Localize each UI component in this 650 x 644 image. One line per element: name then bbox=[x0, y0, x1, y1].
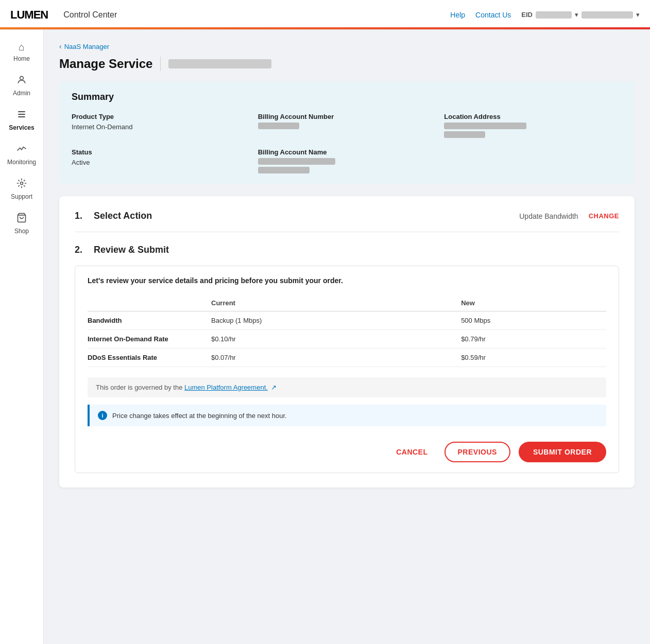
billing-account-name-label: Billing Account Name bbox=[258, 148, 436, 156]
agreement-text: This order is governed by the bbox=[96, 384, 182, 391]
sidebar: ⌂ Home Admin Services bbox=[0, 30, 44, 644]
nav-accent-bar bbox=[0, 27, 650, 29]
col-empty bbox=[88, 295, 211, 311]
row-current: Backup (1 Mbps) bbox=[211, 311, 461, 330]
row-new: $0.79/hr bbox=[461, 330, 606, 349]
breadcrumb-arrow-icon: ‹ bbox=[59, 42, 62, 50]
location-address-label: Location Address bbox=[444, 113, 622, 120]
main-content: ‹ NaaS Manager Manage Service Summary Pr… bbox=[44, 30, 650, 644]
product-type-field: Product Type Internet On-Demand bbox=[72, 113, 250, 138]
billing-account-name-value-2 bbox=[258, 167, 310, 173]
sidebar-item-monitoring[interactable]: Monitoring bbox=[0, 137, 43, 172]
help-link[interactable]: Help bbox=[450, 11, 465, 19]
support-icon bbox=[16, 178, 27, 191]
step2-header: 2. Review & Submit bbox=[75, 245, 619, 255]
sidebar-label-admin: Admin bbox=[13, 90, 30, 97]
step2-number: 2. bbox=[75, 245, 88, 255]
breadcrumb: ‹ NaaS Manager bbox=[59, 42, 635, 50]
billing-account-name-field: Billing Account Name bbox=[258, 148, 436, 173]
shop-icon bbox=[16, 213, 27, 225]
location-address-field: Location Address bbox=[444, 113, 622, 138]
location-address-value bbox=[444, 123, 526, 129]
product-type-label: Product Type bbox=[72, 113, 250, 120]
account-chevron-icon: ▾ bbox=[636, 11, 640, 19]
status-field: Status Active bbox=[72, 148, 250, 173]
info-box: i Price change takes effect at the begin… bbox=[88, 405, 606, 426]
review-box: Let's review your service details and pr… bbox=[75, 266, 619, 473]
account-name bbox=[581, 11, 633, 19]
page-subtitle bbox=[168, 59, 271, 68]
table-row: DDoS Essentials Rate $0.07/hr $0.59/hr bbox=[88, 349, 606, 367]
info-message: Price change takes effect at the beginni… bbox=[112, 412, 287, 420]
sidebar-item-home[interactable]: ⌂ Home bbox=[0, 35, 43, 68]
nav-right: Help Contact Us EID ▾ ▾ bbox=[450, 11, 640, 19]
previous-button[interactable]: PREVIOUS bbox=[444, 442, 510, 462]
review-intro: Let's review your service details and pr… bbox=[88, 276, 606, 285]
table-row: Internet On-Demand Rate $0.10/hr $0.79/h… bbox=[88, 330, 606, 349]
cancel-button[interactable]: CANCEL bbox=[388, 443, 436, 461]
row-current: $0.07/hr bbox=[211, 349, 461, 367]
logo: LUMEN bbox=[10, 8, 48, 22]
contact-us-link[interactable]: Contact Us bbox=[475, 11, 511, 19]
agreement-link[interactable]: Lumen Platform Agreement. bbox=[184, 384, 268, 391]
col-new: New bbox=[461, 295, 606, 311]
product-type-value: Internet On-Demand bbox=[72, 123, 133, 131]
summary-title: Summary bbox=[72, 92, 622, 102]
status-value: Active bbox=[72, 159, 90, 166]
table-row: Bandwidth Backup (1 Mbps) 500 Mbps bbox=[88, 311, 606, 330]
svg-point-4 bbox=[21, 182, 23, 185]
info-icon: i bbox=[98, 411, 107, 420]
billing-account-name-value bbox=[258, 158, 335, 165]
location-address-value-2 bbox=[444, 131, 485, 138]
row-label: Internet On-Demand Rate bbox=[88, 330, 211, 349]
summary-section: Summary Product Type Internet On-Demand … bbox=[59, 81, 635, 184]
row-label: DDoS Essentials Rate bbox=[88, 349, 211, 367]
status-label: Status bbox=[72, 148, 250, 156]
sidebar-label-support: Support bbox=[11, 193, 32, 200]
change-button[interactable]: CHANGE bbox=[589, 212, 619, 220]
billing-account-number-label: Billing Account Number bbox=[258, 113, 436, 120]
row-new: 500 Mbps bbox=[461, 311, 606, 330]
home-icon: ⌂ bbox=[19, 41, 25, 53]
monitoring-icon bbox=[16, 144, 27, 156]
sidebar-item-shop[interactable]: Shop bbox=[0, 206, 43, 241]
col-current: Current bbox=[211, 295, 461, 311]
eid-chevron-icon: ▾ bbox=[575, 11, 578, 19]
page-header: Manage Service bbox=[59, 57, 635, 71]
admin-icon bbox=[16, 75, 27, 88]
submit-order-button[interactable]: SUBMIT ORDER bbox=[519, 442, 606, 462]
summary-grid: Product Type Internet On-Demand Billing … bbox=[72, 113, 622, 173]
row-current: $0.10/hr bbox=[211, 330, 461, 349]
step1-title: Select Action bbox=[94, 211, 152, 221]
header-divider bbox=[160, 57, 161, 71]
sidebar-item-support[interactable]: Support bbox=[0, 172, 43, 206]
svg-point-0 bbox=[20, 76, 24, 80]
billing-account-number-field: Billing Account Number bbox=[258, 113, 436, 138]
app-title: Control Center bbox=[63, 10, 117, 20]
sidebar-label-monitoring: Monitoring bbox=[7, 159, 36, 166]
eid-label: EID bbox=[521, 11, 533, 19]
steps-container: 1. Select Action Update Bandwidth CHANGE… bbox=[59, 196, 635, 488]
action-row: CANCEL PREVIOUS SUBMIT ORDER bbox=[88, 442, 606, 462]
app-body: ⌂ Home Admin Services bbox=[0, 30, 650, 644]
billing-account-number-value bbox=[258, 123, 299, 129]
page-title: Manage Service bbox=[59, 57, 152, 71]
row-label: Bandwidth bbox=[88, 311, 211, 330]
sidebar-label-services: Services bbox=[9, 124, 34, 131]
sidebar-label-shop: Shop bbox=[14, 228, 29, 235]
step2-title: Review & Submit bbox=[94, 245, 169, 255]
sidebar-item-admin[interactable]: Admin bbox=[0, 68, 43, 103]
top-nav: LUMEN Control Center Help Contact Us EID… bbox=[0, 0, 650, 30]
services-icon bbox=[16, 109, 27, 122]
step1-row: 1. Select Action Update Bandwidth CHANGE bbox=[75, 211, 619, 232]
sidebar-item-services[interactable]: Services bbox=[0, 103, 43, 137]
step1-number: 1. bbox=[75, 211, 88, 221]
row-new: $0.59/hr bbox=[461, 349, 606, 367]
breadcrumb-link[interactable]: NaaS Manager bbox=[64, 43, 109, 50]
external-link-icon: ↗ bbox=[271, 384, 277, 391]
sidebar-label-home: Home bbox=[13, 55, 30, 62]
step1-action-value: Update Bandwidth bbox=[519, 212, 578, 220]
review-table: Current New Bandwidth Backup (1 Mbps) 50… bbox=[88, 295, 606, 367]
eid-section: EID ▾ ▾ bbox=[521, 11, 640, 19]
agreement-box: This order is governed by the Lumen Plat… bbox=[88, 377, 606, 397]
